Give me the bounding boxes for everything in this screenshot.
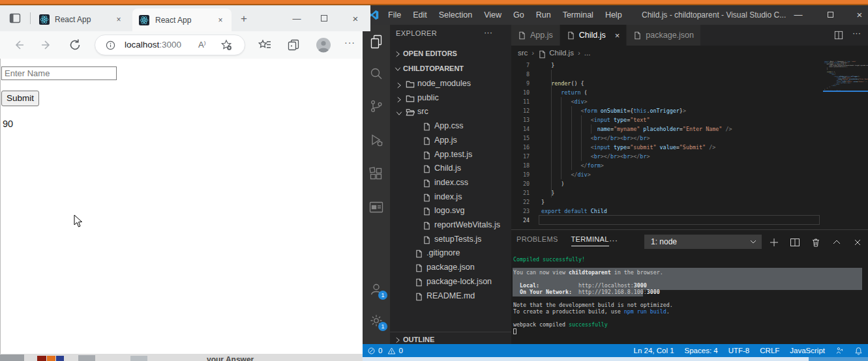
project-root-section[interactable]: CHILDTOPARENT [390,62,511,76]
menu-file[interactable]: File [382,5,407,25]
close-tab-icon[interactable]: × [215,15,226,25]
site-info-icon[interactable] [106,40,115,50]
split-terminal-icon[interactable] [790,237,800,248]
tree-item-package-lock.json[interactable]: package-lock.json [390,274,511,289]
editor-tab-package.json[interactable]: package.json [627,25,701,46]
problems-status[interactable]: 0 0 [367,344,403,357]
kill-terminal-trash-icon[interactable] [811,237,821,248]
editor-tab-App.js[interactable]: App.js [511,25,560,46]
status-item[interactable]: CRLF [760,347,779,354]
new-terminal-icon[interactable] [769,237,779,248]
browser-tab-active[interactable]: React App × [132,8,232,32]
address-bar[interactable]: localhost:3000 A) [95,35,245,55]
forward-icon[interactable] [39,38,53,52]
editor-tab-Child.js[interactable]: Child.js× [560,25,627,46]
tree-item-Child.js[interactable]: Child.js [390,161,511,175]
extensions-icon[interactable] [368,166,384,182]
tree-item-index.js[interactable]: index.js [390,190,511,204]
close-tab-icon[interactable]: × [113,14,124,25]
vscode-maximize-button[interactable] [821,5,839,25]
browser-close-button[interactable]: × [346,9,365,29]
code-line-21[interactable]: 21 } [511,188,868,197]
tree-item-index.css[interactable]: index.css [390,175,511,190]
code-line-13[interactable]: 13 <input type="text" [511,115,868,124]
code-line-18[interactable]: 18 </form> [511,161,868,170]
code-line-10[interactable]: 10 return ( [511,88,868,97]
breadcrumb-item[interactable]: src [518,46,528,60]
feedback-icon[interactable] [835,347,844,355]
code-line-23[interactable]: 23export default Child [511,207,868,216]
terminal-output[interactable]: Compiled successfully! You can now view … [513,256,673,328]
terminal-select[interactable]: 1: node [644,235,762,249]
profile-avatar[interactable] [316,37,331,53]
read-aloud-icon[interactable]: A) [198,40,205,50]
vscode-close-button[interactable]: × [850,5,868,25]
source-control-icon[interactable] [368,98,384,114]
code-line-8[interactable]: 8 [511,70,868,79]
back-icon[interactable] [12,38,26,52]
tree-item-reportWebVitals.js[interactable]: reportWebVitals.js [390,218,511,232]
tree-item-setupTests.js[interactable]: setupTests.js [390,232,511,246]
code-line-15[interactable]: 15 <br></br><br></br> [511,134,868,143]
preview-panel-icon[interactable] [368,199,384,215]
browser-maximize-button[interactable] [314,9,334,29]
more-actions-icon[interactable]: ··· [852,28,861,38]
tree-item-logo.svg[interactable]: logo.svg [390,203,511,218]
status-item[interactable]: JavaScript [790,347,825,354]
close-tab-icon[interactable]: × [615,31,620,40]
browser-more-icon[interactable]: ··· [344,37,355,48]
code-line-19[interactable]: 19 </div> [511,170,868,179]
code-line-7[interactable]: 7 } [511,61,868,70]
tree-item-App.js[interactable]: App.js [390,133,511,147]
browser-tab-inactive[interactable]: React App × [34,10,129,29]
status-item[interactable]: Spaces: 4 [685,347,718,354]
url-text[interactable]: localhost:3000 [125,35,181,55]
menu-terminal[interactable]: Terminal [557,5,599,25]
maximize-panel-icon[interactable] [831,237,842,248]
code-line-17[interactable]: 17 <br></br><br></br> [511,152,868,161]
run-debug-icon[interactable] [368,132,384,148]
tree-item-package.json[interactable]: package.json [390,260,511,274]
tree-item-App.test.js[interactable]: App.test.js [390,147,511,162]
name-input[interactable]: Enter Name [1,66,117,80]
submit-button[interactable]: Submit [1,91,39,106]
menu-selection[interactable]: Selection [433,5,478,25]
tree-item-src[interactable]: src [390,104,511,119]
favorites-bar-icon[interactable] [258,38,271,51]
breadcrumb-item[interactable]: Child.js [549,46,574,60]
open-editors-section[interactable]: OPEN EDITORS [390,47,511,61]
panel-more-icon[interactable]: ··· [609,235,618,245]
vscode-minimize-button[interactable]: — [789,5,807,25]
status-item[interactable]: Ln 24, Col 1 [634,347,674,354]
search-icon[interactable] [368,66,384,81]
breadcrumb-item[interactable]: ... [584,46,591,60]
status-item[interactable]: UTF-8 [728,347,750,354]
code-line-22[interactable]: 22} [511,197,868,207]
tree-item-public[interactable]: public [390,91,511,105]
panel-tab-terminal[interactable]: TERMINAL [571,235,609,246]
browser-minimize-button[interactable]: — [287,9,307,29]
tree-item-node_modules[interactable]: node_modules [390,76,511,91]
code-line-11[interactable]: 11 <div> [511,97,868,106]
menu-edit[interactable]: Edit [407,5,433,25]
refresh-icon[interactable] [68,38,82,52]
menu-go[interactable]: Go [507,5,530,25]
menu-view[interactable]: View [478,5,507,25]
tree-item-.gitignore[interactable]: .gitignore [390,246,511,260]
panel-tab-problems[interactable]: PROBLEMS [516,235,558,243]
code-line-12[interactable]: 12 <form onSubmit={this.onTrigger}> [511,106,868,115]
breadcrumb[interactable]: src›Child.js›... [511,46,868,60]
code-line-9[interactable]: 9 render() { [511,79,868,88]
menu-help[interactable]: Help [599,5,628,25]
new-tab-button[interactable]: + [236,11,252,27]
code-line-16[interactable]: 16 <input type="submit" value="Submit" /… [511,143,868,152]
files-icon[interactable] [368,34,384,50]
minimap[interactable]: import React, { Component } from 'react'… [823,60,868,229]
code-line-24[interactable]: 24 [511,216,868,225]
tree-item-README.md[interactable]: README.md [390,289,511,303]
notifications-bell-icon[interactable] [854,347,863,355]
collections-icon[interactable] [287,38,300,51]
tree-item-App.css[interactable]: App.css [390,119,511,133]
code-line-14[interactable]: 14 name="myname" placeholder="Enter Name… [511,124,868,134]
split-editor-icon[interactable] [834,31,843,40]
